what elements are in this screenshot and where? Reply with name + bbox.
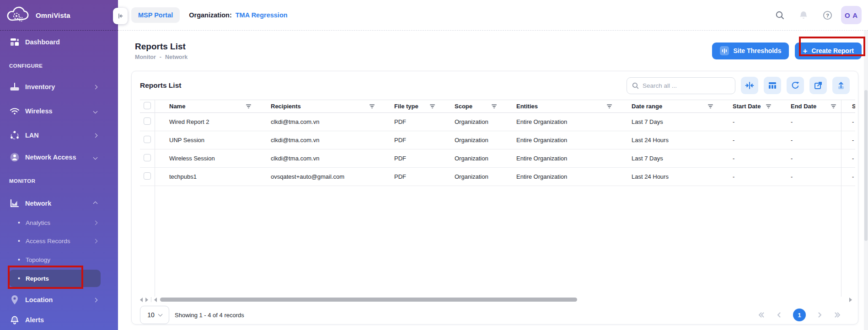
site-thresholds-button[interactable]: Site Thresholds: [712, 43, 789, 59]
sidebar-item-inventory[interactable]: Inventory: [9, 79, 101, 95]
fit-columns-button[interactable]: [741, 77, 758, 94]
cell-name: Wireless Session: [155, 149, 256, 168]
organization-value[interactable]: TMA Regression: [236, 11, 288, 19]
col-recipients: Recipients: [256, 100, 380, 113]
sidebar-item-network[interactable]: Network: [9, 195, 101, 212]
next-page-button[interactable]: [817, 311, 823, 319]
sidebar-item-location[interactable]: Location: [9, 292, 101, 308]
cell-name: techpubs1: [155, 168, 256, 186]
sidebar-item-analytics[interactable]: • Analytics: [9, 215, 101, 230]
table-row[interactable]: Wireless Session clkdi@tma.com.vn PDF Or…: [140, 149, 855, 168]
search-icon[interactable]: [774, 10, 785, 21]
inventory-icon: [9, 82, 20, 91]
sidebar-section-monitor: MONITOR: [9, 178, 118, 186]
filter-icon[interactable]: [246, 104, 252, 109]
breadcrumb-section[interactable]: Monitor: [135, 54, 156, 60]
chevron-right-icon: [93, 220, 98, 225]
cell-entities: Entire Organization: [502, 131, 617, 149]
search-input[interactable]: [643, 82, 720, 89]
columns-button[interactable]: [764, 77, 781, 94]
cell-file-type: PDF: [380, 131, 440, 149]
row-checkbox[interactable]: [144, 117, 151, 125]
export-button[interactable]: [832, 77, 850, 94]
table-row[interactable]: UNP Session clkdi@tma.com.vn PDF Organiz…: [140, 131, 855, 149]
svg-text:?: ?: [826, 12, 829, 18]
page-size-select[interactable]: 10: [140, 306, 169, 324]
create-report-button[interactable]: + Create Report: [795, 43, 862, 59]
table-row[interactable]: Wired Report 2 clkdi@tma.com.vn PDF Orga…: [140, 113, 855, 131]
breadcrumb-page[interactable]: Network: [165, 54, 188, 60]
scrollbar-thumb[interactable]: [160, 298, 577, 302]
sidebar-item-lan[interactable]: LAN: [9, 127, 101, 144]
filter-icon[interactable]: [491, 104, 497, 109]
brand: OmniVista: [0, 0, 118, 31]
help-icon[interactable]: ?: [822, 10, 833, 21]
filter-icon[interactable]: [830, 104, 836, 109]
cell-schedule: -: [841, 168, 855, 186]
cell-name: Wired Report 2: [155, 113, 256, 131]
table-footer: 10 Showing 1 - 4 of 4 records 1: [132, 302, 858, 324]
reports-table: Name Recipients File type Scope Entities…: [140, 100, 855, 297]
sidebar-item-topology[interactable]: • Topology: [9, 252, 101, 267]
avatar[interactable]: O A: [841, 6, 862, 24]
col-date-range: Date range: [617, 100, 718, 113]
dashboard-icon: [9, 37, 20, 47]
sidebar-item-dashboard[interactable]: Dashboard: [9, 34, 101, 50]
current-page-button[interactable]: 1: [793, 309, 806, 321]
cell-end-date: -: [776, 149, 841, 168]
open-external-icon: [814, 81, 823, 90]
sidebar: OmniVista Dashboard CONFIGURE Inventory: [0, 0, 118, 330]
scrollbar-divider: [151, 297, 151, 302]
filter-icon[interactable]: [707, 104, 713, 109]
row-select-cell: [140, 131, 155, 149]
sidebar-item-network-access[interactable]: Network Access: [9, 149, 101, 165]
page-title: Reports List: [135, 42, 188, 52]
row-checkbox[interactable]: [144, 172, 151, 180]
msp-portal-badge[interactable]: MSP Portal: [131, 7, 180, 23]
col-file-type: File type: [380, 100, 440, 113]
row-checkbox[interactable]: [144, 154, 151, 161]
table-header-row: Name Recipients File type Scope Entities…: [140, 100, 855, 113]
filter-icon[interactable]: [606, 104, 612, 109]
sidebar-item-access-records[interactable]: • Access Records: [9, 234, 101, 248]
sidebar-nav: Dashboard CONFIGURE Inventory Wireless: [0, 34, 118, 328]
cell-schedule: -: [841, 149, 855, 168]
last-page-button[interactable]: [834, 311, 841, 319]
chevron-right-icon: [93, 239, 98, 243]
scroll-left-icon[interactable]: [154, 298, 157, 302]
page-titles: Reports List Monitor - Network: [135, 42, 188, 60]
previous-page-button[interactable]: [776, 311, 782, 319]
sidebar-item-label: Reports: [26, 275, 49, 282]
sidebar-item-label: Wireless: [25, 107, 53, 115]
scroll-left-icon[interactable]: [140, 298, 143, 302]
lan-icon: [9, 131, 20, 140]
select-all-checkbox[interactable]: [144, 102, 151, 109]
cell-schedule: -: [841, 113, 855, 131]
sidebar-item-wireless[interactable]: Wireless: [9, 103, 101, 119]
table-row[interactable]: techpubs1 ovsqatest+auto@gmail.com PDF O…: [140, 168, 855, 186]
open-external-button[interactable]: [809, 77, 827, 94]
chevron-up-icon: [93, 201, 98, 206]
refresh-button[interactable]: [787, 77, 804, 94]
location-icon: [9, 295, 20, 305]
cell-start-date: -: [718, 168, 776, 186]
brand-name: OmniVista: [36, 11, 70, 19]
cell-name: UNP Session: [155, 131, 256, 149]
sidebar-item-reports[interactable]: • Reports: [9, 270, 101, 287]
sidebar-item-label: LAN: [25, 132, 39, 139]
row-checkbox[interactable]: [144, 136, 151, 143]
window-scrollbar-track[interactable]: [864, 31, 868, 330]
sidebar-item-alerts[interactable]: Alerts: [9, 312, 101, 328]
scroll-right-icon[interactable]: [145, 298, 148, 302]
filter-icon[interactable]: [369, 104, 375, 109]
filter-icon[interactable]: [429, 104, 435, 109]
scroll-right-icon[interactable]: [849, 298, 852, 302]
window-scrollbar-thumb[interactable]: [864, 90, 868, 241]
filter-icon[interactable]: [766, 104, 772, 109]
cell-date-range: Last 24 Hours: [617, 168, 718, 186]
collapse-arrow-icon: [117, 12, 124, 20]
sidebar-collapse-button[interactable]: [113, 8, 128, 24]
row-select-cell: [140, 113, 155, 131]
notifications-bell-icon[interactable]: [798, 10, 809, 21]
first-page-button[interactable]: [757, 311, 765, 319]
